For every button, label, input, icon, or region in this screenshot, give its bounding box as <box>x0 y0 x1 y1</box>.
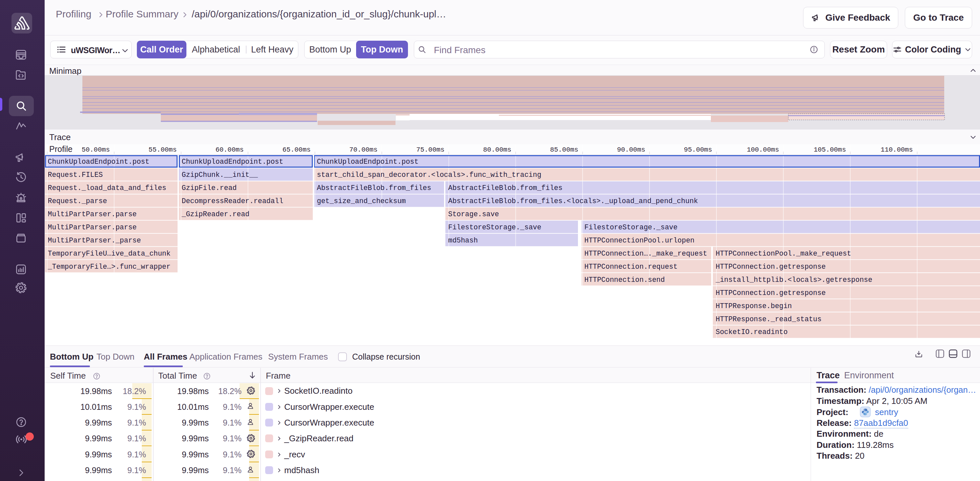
svg-text:70.00ms: 70.00ms <box>349 146 377 154</box>
svg-text:_GzipReader.read: _GzipReader.read <box>181 210 250 218</box>
svg-text:HTTPConnectionPool._make_reque: HTTPConnectionPool._make_request <box>716 250 851 257</box>
svg-text:DecompressReader.readall: DecompressReader.readall <box>182 197 283 205</box>
svg-text:HTTPConnection.getresponse: HTTPConnection.getresponse <box>716 289 826 297</box>
svg-text:MultiPartParser.parse: MultiPartParser.parse <box>48 210 137 218</box>
svg-text:HTTPResponse.begin: HTTPResponse.begin <box>716 302 792 310</box>
svg-text:85.00ms: 85.00ms <box>550 146 578 154</box>
svg-text:HTTPResponse._read_status: HTTPResponse._read_status <box>716 315 822 323</box>
svg-text:GzipFile.read: GzipFile.read <box>182 184 237 192</box>
svg-text:HTTPConnection.request: HTTPConnection.request <box>584 263 678 271</box>
svg-text:AbstractFileBlob.from_files: AbstractFileBlob.from_files <box>448 184 563 192</box>
svg-text:Request.FILES: Request.FILES <box>48 171 103 179</box>
svg-text:FilestoreStorage._save: FilestoreStorage._save <box>448 224 541 231</box>
svg-text:HTTPConnectionPool.urlopen: HTTPConnectionPool.urlopen <box>584 237 694 244</box>
svg-text:AbstractFileBlob.from_files.<l: AbstractFileBlob.from_files.<locals>._up… <box>448 197 698 205</box>
svg-text:TemporaryFileU…ive_data_chunk: TemporaryFileU…ive_data_chunk <box>48 250 171 257</box>
svg-text:Profile: Profile <box>49 144 73 154</box>
svg-text:_install_httplib.<locals>.getr: _install_httplib.<locals>.getresponse <box>716 276 872 284</box>
svg-text:start_child_span_decorator.<lo: start_child_span_decorator.<locals>.func… <box>317 171 541 179</box>
svg-text:105.00ms: 105.00ms <box>814 146 846 154</box>
svg-text:50.00ms: 50.00ms <box>82 146 110 154</box>
svg-text:md5hash: md5hash <box>448 237 478 244</box>
svg-text:Request._parse: Request._parse <box>48 197 107 205</box>
svg-text:100.00ms: 100.00ms <box>747 146 779 154</box>
svg-text:_TemporaryFile…>.func_wrapper: _TemporaryFile…>.func_wrapper <box>48 263 171 271</box>
svg-text:110.00ms: 110.00ms <box>881 146 913 154</box>
svg-text:MultiPartParser.parse: MultiPartParser.parse <box>48 224 137 231</box>
svg-text:90.00ms: 90.00ms <box>617 146 645 154</box>
svg-text:ChunkUploadEndpoint.post: ChunkUploadEndpoint.post <box>317 158 419 166</box>
svg-text:SocketIO.readinto: SocketIO.readinto <box>716 328 788 336</box>
svg-text:55.00ms: 55.00ms <box>149 146 177 154</box>
svg-text:65.00ms: 65.00ms <box>282 146 310 154</box>
svg-text:ChunkUploadEndpoint.post: ChunkUploadEndpoint.post <box>48 158 150 166</box>
svg-text:95.00ms: 95.00ms <box>684 146 712 154</box>
svg-text:80.00ms: 80.00ms <box>483 146 511 154</box>
svg-text:Storage.save: Storage.save <box>448 210 499 218</box>
svg-text:Request._load_data_and_files: Request._load_data_and_files <box>48 184 166 192</box>
svg-text:HTTPConnection…._make_request: HTTPConnection…._make_request <box>584 250 707 257</box>
svg-text:ChunkUploadEndpoint.post: ChunkUploadEndpoint.post <box>182 158 283 166</box>
svg-text:60.00ms: 60.00ms <box>215 146 243 154</box>
svg-text:HTTPConnection.send: HTTPConnection.send <box>584 276 665 284</box>
svg-text:FilestoreStorage._save: FilestoreStorage._save <box>584 224 678 231</box>
svg-text:GzipChunk.__init__: GzipChunk.__init__ <box>182 171 258 179</box>
svg-text:get_size_and_checksum: get_size_and_checksum <box>317 197 406 205</box>
svg-text:AbstractFileBlob.from_files: AbstractFileBlob.from_files <box>317 184 431 192</box>
svg-text:HTTPConnection.getresponse: HTTPConnection.getresponse <box>716 263 826 271</box>
svg-text:75.00ms: 75.00ms <box>416 146 444 154</box>
svg-text:MultiPartParser._parse: MultiPartParser._parse <box>48 237 141 244</box>
